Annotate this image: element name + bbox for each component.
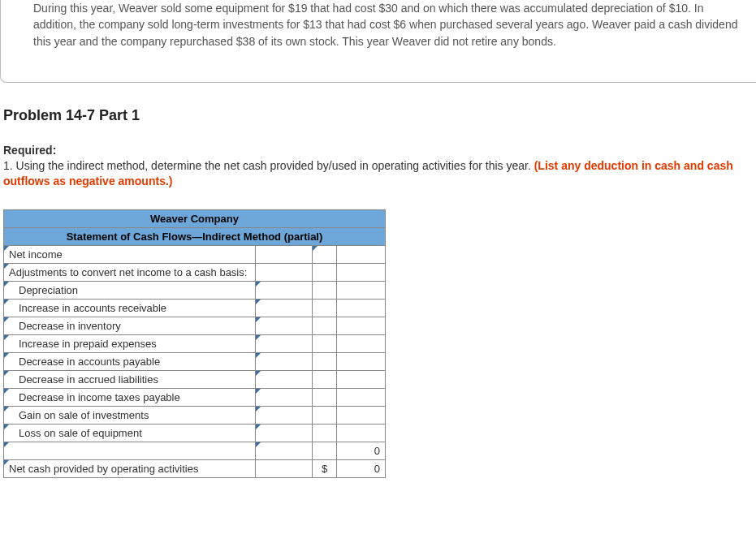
- problem-heading: Problem 14-7 Part 1: [3, 107, 753, 124]
- table-row: Decrease in income taxes payable: [4, 389, 386, 407]
- row-label-gain-inv[interactable]: Gain on sale of investments: [4, 407, 256, 425]
- currency-cell[interactable]: [313, 389, 337, 407]
- input-cell[interactable]: [256, 460, 313, 478]
- intro-paragraph: During this year, Weaver sold some equip…: [0, 0, 756, 83]
- input-cell[interactable]: [256, 371, 313, 389]
- row-label-dec-inv[interactable]: Decrease in inventory: [4, 317, 256, 335]
- amount-cell[interactable]: [337, 317, 386, 335]
- row-label-blank[interactable]: [4, 442, 256, 460]
- amount-cell[interactable]: [337, 425, 386, 442]
- amount-cell[interactable]: [337, 371, 386, 389]
- currency-cell[interactable]: [313, 371, 337, 389]
- input-cell[interactable]: [256, 300, 313, 317]
- currency-cell[interactable]: [313, 335, 337, 353]
- currency-cell[interactable]: [313, 353, 337, 371]
- table-row: Depreciation: [4, 282, 386, 300]
- input-cell[interactable]: [256, 282, 313, 300]
- subtotal-amount[interactable]: 0: [337, 442, 386, 460]
- amount-cell[interactable]: [337, 407, 386, 425]
- currency-cell[interactable]: [313, 317, 337, 335]
- table-row: Increase in accounts receivable: [4, 300, 386, 317]
- row-label-adjustments[interactable]: Adjustments to convert net income to a c…: [4, 264, 256, 282]
- currency-cell[interactable]: [313, 442, 337, 460]
- row-label-net-cash[interactable]: Net cash provided by operating activitie…: [4, 460, 256, 478]
- row-label-net-income[interactable]: Net income: [4, 246, 256, 264]
- row-label-inc-ar[interactable]: Increase in accounts receivable: [4, 300, 256, 317]
- required-text: 1. Using the indirect method, determine …: [3, 158, 753, 190]
- required-text-main: 1. Using the indirect method, determine …: [3, 159, 534, 172]
- amount-cell[interactable]: [337, 282, 386, 300]
- table-row: Net income: [4, 246, 386, 264]
- currency-cell[interactable]: [313, 282, 337, 300]
- intro-text: During this year, Weaver sold some equip…: [33, 2, 737, 48]
- row-label-inc-prepaid[interactable]: Increase in prepaid expenses: [4, 335, 256, 353]
- currency-cell[interactable]: [313, 425, 337, 442]
- row-label-loss-equip[interactable]: Loss on sale of equipment: [4, 425, 256, 442]
- table-row: Loss on sale of equipment: [4, 425, 386, 442]
- table-row: Decrease in accrued liabilities: [4, 371, 386, 389]
- amount-cell[interactable]: [337, 264, 386, 282]
- row-label-dec-ap[interactable]: Decrease in accounts payable: [4, 353, 256, 371]
- table-title-company: Weaver Company: [4, 210, 386, 228]
- amount-cell[interactable]: [337, 335, 386, 353]
- table-row: 0: [4, 442, 386, 460]
- required-label: Required:: [3, 144, 753, 157]
- table-row: Decrease in accounts payable: [4, 353, 386, 371]
- table-row: Adjustments to convert net income to a c…: [4, 264, 386, 282]
- table-row: Gain on sale of investments: [4, 407, 386, 425]
- amount-cell[interactable]: [337, 246, 386, 264]
- cash-flows-table: Weaver Company Statement of Cash Flows—I…: [3, 209, 386, 478]
- amount-cell[interactable]: [337, 353, 386, 371]
- input-cell[interactable]: [256, 353, 313, 371]
- input-cell[interactable]: [256, 317, 313, 335]
- input-cell[interactable]: [256, 389, 313, 407]
- input-cell[interactable]: [256, 425, 313, 442]
- amount-cell[interactable]: [337, 389, 386, 407]
- currency-cell[interactable]: [313, 407, 337, 425]
- total-amount[interactable]: 0: [337, 460, 386, 478]
- table-row: Decrease in inventory: [4, 317, 386, 335]
- input-cell[interactable]: [256, 335, 313, 353]
- row-label-dec-tax[interactable]: Decrease in income taxes payable: [4, 389, 256, 407]
- row-label-depreciation[interactable]: Depreciation: [4, 282, 256, 300]
- input-cell[interactable]: [256, 264, 313, 282]
- input-cell[interactable]: [256, 246, 313, 264]
- table-row: Net cash provided by operating activitie…: [4, 460, 386, 478]
- row-label-dec-accrued[interactable]: Decrease in accrued liabilities: [4, 371, 256, 389]
- currency-cell[interactable]: [313, 246, 337, 264]
- currency-cell[interactable]: [313, 264, 337, 282]
- currency-symbol: $: [313, 460, 337, 478]
- currency-cell[interactable]: [313, 300, 337, 317]
- table-title-statement: Statement of Cash Flows—Indirect Method …: [4, 228, 386, 246]
- table-row: Increase in prepaid expenses: [4, 335, 386, 353]
- input-cell[interactable]: [256, 407, 313, 425]
- input-cell[interactable]: [256, 442, 313, 460]
- amount-cell[interactable]: [337, 300, 386, 317]
